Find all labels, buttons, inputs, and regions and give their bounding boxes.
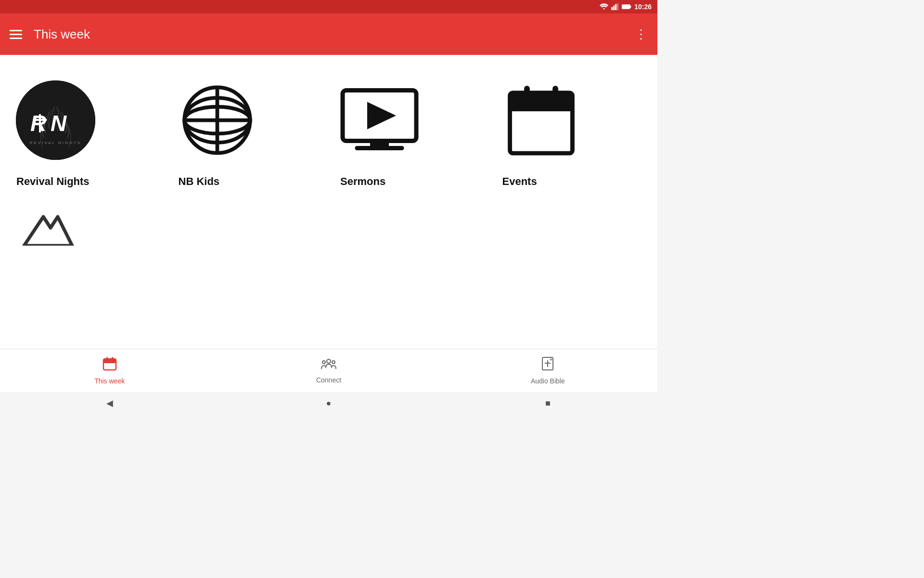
svg-rect-6 (622, 5, 630, 8)
svg-rect-30 (112, 357, 113, 361)
nav-connect[interactable]: Connect (219, 357, 438, 384)
system-nav-bar: ◀ ● ■ (0, 392, 657, 414)
revival-nights-logo: R N REVIVAL NIGHTS (16, 80, 95, 160)
calendar-nav-icon (103, 356, 117, 374)
svg-rect-1 (613, 6, 615, 10)
svg-rect-0 (611, 7, 613, 10)
svg-point-33 (332, 361, 335, 364)
hamburger-button[interactable] (10, 30, 22, 39)
revival-nights-item[interactable]: R N REVIVAL NIGHTS Revival Nights (10, 74, 162, 193)
mountain-icon-peek (19, 210, 77, 246)
nav-audio-bible[interactable]: + Audio Bible (438, 356, 657, 385)
svg-point-31 (327, 359, 331, 363)
nav-this-week[interactable]: This week (0, 356, 219, 385)
svg-rect-25 (524, 85, 530, 101)
svg-marker-21 (367, 102, 396, 130)
status-time: 10:26 (634, 3, 652, 11)
sermons-icon-wrapper (338, 79, 420, 161)
recents-button[interactable]: ■ (537, 393, 558, 414)
svg-rect-5 (630, 6, 631, 8)
nb-kids-item[interactable]: NB Kids (172, 74, 324, 193)
svg-point-32 (322, 361, 325, 364)
events-item[interactable]: Events (496, 74, 648, 193)
peek-item-1 (19, 207, 77, 246)
tv-icon (340, 86, 419, 154)
svg-rect-24 (510, 104, 573, 111)
sermons-label: Sermons (338, 175, 385, 188)
connect-nav-icon-svg (321, 357, 336, 370)
revival-nights-bg: R N REVIVAL NIGHTS (16, 80, 95, 160)
svg-text:+: + (550, 357, 552, 362)
content-area: R N REVIVAL NIGHTS Revival Nights (0, 55, 657, 349)
audio-bible-icon-svg: + (541, 356, 554, 371)
audio-bible-nav-label: Audio Bible (531, 377, 565, 385)
home-button[interactable]: ● (318, 393, 339, 414)
svg-text:REVIVAL NIGHTS: REVIVAL NIGHTS (29, 141, 81, 145)
svg-rect-2 (615, 4, 616, 10)
svg-text:N: N (51, 111, 67, 136)
app-bar: This week ⋮ (0, 13, 657, 55)
calendar-icon (504, 83, 578, 158)
events-label: Events (500, 175, 537, 188)
events-icon-wrapper (500, 79, 582, 161)
revival-nights-label: Revival Nights (14, 175, 90, 188)
back-button[interactable]: ◀ (99, 393, 120, 414)
svg-rect-28 (103, 359, 116, 363)
status-bar: 10:26 (0, 0, 657, 13)
nb-kids-icon-wrapper (177, 79, 258, 161)
this-week-nav-icon-svg (103, 356, 117, 371)
svg-rect-29 (106, 357, 108, 361)
svg-rect-3 (617, 3, 618, 10)
audio-bible-nav-icon: + (541, 356, 554, 374)
revival-nights-icon-wrapper: R N REVIVAL NIGHTS (14, 79, 96, 161)
bottom-nav: This week Connect (0, 349, 657, 392)
wifi-icon (600, 3, 608, 10)
sermons-item[interactable]: Sermons (334, 74, 486, 193)
nb-kids-label: NB Kids (177, 175, 220, 188)
status-icons: 10:26 (600, 3, 652, 11)
signal-icon (611, 3, 619, 10)
bottom-peek-row (0, 202, 657, 246)
svg-rect-26 (552, 85, 558, 101)
this-week-nav-label: This week (94, 377, 125, 385)
items-grid: R N REVIVAL NIGHTS Revival Nights (0, 55, 657, 202)
connect-nav-label: Connect (316, 376, 341, 384)
battery-icon (622, 3, 631, 10)
more-options-button[interactable]: ⋮ (635, 27, 648, 42)
page-title: This week (34, 27, 623, 42)
svg-text:R: R (30, 111, 46, 136)
connect-nav-icon (321, 357, 336, 373)
globe-icon (180, 83, 255, 158)
peek-icon-1 (19, 207, 77, 246)
